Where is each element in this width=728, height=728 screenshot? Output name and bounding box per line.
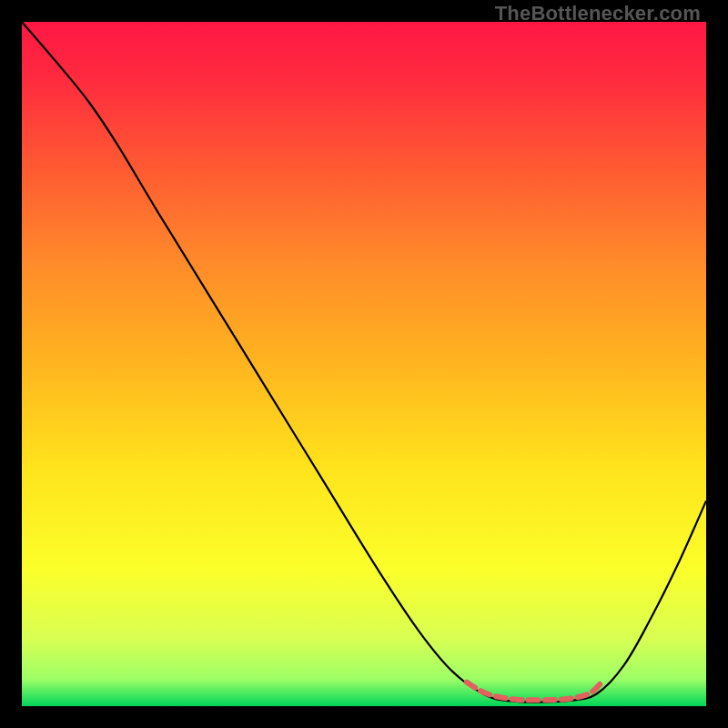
chart-background: [22, 22, 706, 706]
chart-svg: [22, 22, 706, 706]
chart-frame: [22, 22, 706, 706]
